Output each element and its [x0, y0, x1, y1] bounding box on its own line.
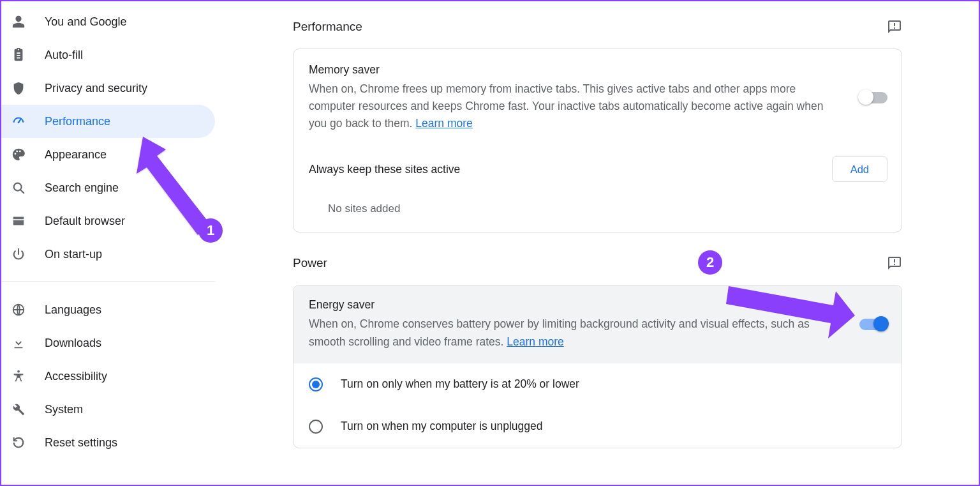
settings-sidebar: You and GoogleAuto-fillPrivacy and secur… — [1, 1, 215, 485]
palette-icon — [11, 148, 26, 162]
section-head-power: Power — [293, 255, 902, 271]
energy-option-row[interactable]: Turn on when my computer is unplugged — [293, 406, 902, 448]
assignment-icon — [11, 48, 26, 62]
reset-icon — [11, 436, 26, 450]
memory-saver-desc: When on, Chrome frees up memory from ina… — [309, 80, 834, 132]
energy-saver-desc: When on, Chrome conserves battery power … — [309, 315, 834, 350]
annotation-badge-2: 2 — [698, 250, 722, 275]
sidebar-item-label: Default browser — [45, 215, 125, 228]
sidebar-item-languages[interactable]: Languages — [1, 293, 215, 326]
sidebar-item-label: Reset settings — [45, 436, 117, 450]
shield-icon — [11, 81, 26, 95]
speed-icon — [11, 114, 26, 128]
always-active-title: Always keep these sites active — [309, 163, 460, 176]
memory-saver-toggle[interactable] — [859, 92, 887, 103]
sidebar-item-label: Performance — [45, 115, 110, 128]
wrench-icon — [11, 402, 26, 416]
energy-option-row[interactable]: Turn on only when my battery is at 20% o… — [293, 363, 902, 406]
sidebar-item-appearance[interactable]: Appearance — [1, 138, 215, 171]
radio-unselected-icon — [309, 420, 323, 434]
sidebar-item-label: Downloads — [45, 337, 101, 350]
language-icon — [11, 303, 26, 317]
energy-saver-toggle[interactable] — [859, 319, 887, 330]
memory-saver-card: Memory saver When on, Chrome frees up me… — [293, 49, 902, 232]
sidebar-item-label: Appearance — [45, 148, 107, 162]
annotation-badge-1: 1 — [198, 218, 223, 243]
sidebar-item-label: You and Google — [45, 15, 126, 29]
energy-saver-title: Energy saver — [309, 298, 834, 312]
memory-saver-title: Memory saver — [309, 63, 834, 77]
memory-saver-learn-more-link[interactable]: Learn more — [415, 117, 473, 130]
radio-selected-icon — [309, 377, 323, 391]
accessibility-icon — [11, 369, 26, 383]
power-icon — [11, 247, 26, 261]
section-head-performance: Performance — [293, 19, 902, 34]
sidebar-item-label: System — [45, 403, 83, 416]
sidebar-item-performance[interactable]: Performance — [1, 105, 215, 138]
sidebar-item-label: Accessibility — [45, 370, 107, 383]
feedback-icon[interactable] — [887, 19, 902, 34]
energy-option-label: Turn on only when my battery is at 20% o… — [341, 377, 579, 391]
person-icon — [11, 15, 26, 29]
feedback-icon[interactable] — [887, 255, 902, 271]
sidebar-item-auto-fill[interactable]: Auto-fill — [1, 38, 215, 72]
no-sites-text: No sites added — [293, 191, 902, 232]
sidebar-item-privacy-and-security[interactable]: Privacy and security — [1, 72, 215, 105]
sidebar-item-label: Privacy and security — [45, 82, 147, 95]
sidebar-item-label: Search engine — [45, 181, 119, 195]
add-site-button[interactable]: Add — [832, 156, 887, 182]
sidebar-item-reset-settings[interactable]: Reset settings — [1, 426, 215, 459]
svg-line-2 — [20, 190, 24, 193]
sidebar-item-system[interactable]: System — [1, 393, 215, 426]
sidebar-item-on-start-up[interactable]: On start-up — [1, 238, 215, 271]
sidebar-item-you-and-google[interactable]: You and Google — [1, 5, 215, 38]
sidebar-item-default-browser[interactable]: Default browser — [1, 204, 215, 238]
energy-saver-learn-more-link[interactable]: Learn more — [507, 335, 564, 348]
section-title: Power — [293, 256, 327, 270]
sidebar-item-search-engine[interactable]: Search engine — [1, 171, 215, 204]
sidebar-item-label: Auto-fill — [45, 49, 83, 62]
sidebar-item-label: Languages — [45, 303, 101, 317]
section-title: Performance — [293, 20, 362, 34]
svg-point-0 — [18, 121, 20, 123]
energy-option-label: Turn on when my computer is unplugged — [341, 420, 542, 433]
browser-icon — [11, 214, 26, 228]
download-icon — [11, 336, 26, 350]
sidebar-item-label: On start-up — [45, 248, 102, 261]
svg-point-4 — [17, 370, 20, 373]
settings-main: Performance Memory saver When on, Chrome… — [215, 1, 979, 485]
sidebar-item-downloads[interactable]: Downloads — [1, 326, 215, 360]
energy-saver-card: Energy saver When on, Chrome conserves b… — [293, 285, 902, 448]
sidebar-item-accessibility[interactable]: Accessibility — [1, 360, 215, 393]
search-icon — [11, 181, 26, 195]
